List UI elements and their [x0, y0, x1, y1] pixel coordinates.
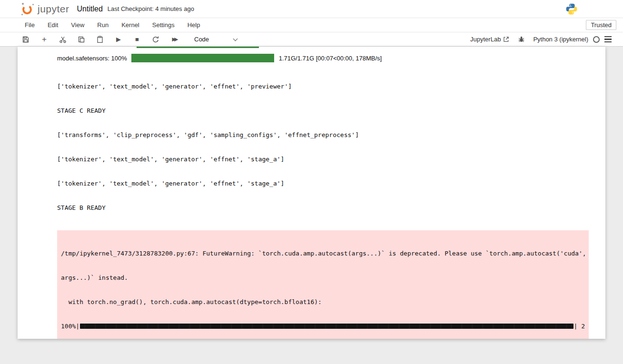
warning-line: with torch.no_grad(), torch.cuda.amp.aut…	[61, 298, 585, 306]
cell-output-area: model.safetensors: 100% 1.71G/1.71G [00:…	[18, 54, 605, 339]
add-cell-icon[interactable]: +	[40, 35, 49, 44]
stdout-line: ['transforms', 'clip_preprocess', 'gdf',…	[57, 131, 589, 139]
stdout-line: STAGE B READY	[57, 204, 589, 212]
save-icon[interactable]	[21, 35, 30, 44]
notebook-toolbar: + ▶ ■ ▶▶ Code JupyterLab Python 3 (ipyke…	[0, 32, 623, 47]
cut-icon[interactable]	[59, 35, 67, 44]
menu-run[interactable]: Run	[97, 21, 109, 29]
app-header: jupyter Untitled Last Checkpoint: 4 minu…	[0, 0, 623, 18]
tqdm-progress-bar: 100%| | 2	[61, 322, 585, 330]
cell-type-dropdown[interactable]: Code	[194, 36, 237, 43]
stderr-warning-block: /tmp/ipykernel_7473/3128783200.py:67: Fu…	[57, 230, 589, 339]
menu-help[interactable]: Help	[188, 21, 200, 29]
external-link-icon	[503, 36, 509, 42]
hamburger-icon[interactable]	[604, 36, 612, 42]
jupyter-logo[interactable]: jupyter	[21, 3, 69, 15]
notebook-title[interactable]: Untitled	[77, 5, 103, 13]
warning-line: /tmp/ipykernel_7473/3128783200.py:67: Fu…	[61, 249, 585, 257]
kernel-name[interactable]: Python 3 (ipykernel)	[533, 36, 588, 43]
chevron-down-icon	[233, 36, 238, 41]
brand-text: jupyter	[38, 3, 69, 15]
menu-kernel[interactable]: Kernel	[121, 21, 139, 29]
menu-edit[interactable]: Edit	[48, 21, 58, 29]
restart-run-all-icon[interactable]: ▶▶	[170, 35, 178, 44]
notebook-scroll-area[interactable]: model.safetensors: 100% 1.71G/1.71G [00:…	[0, 47, 623, 363]
tqdm-prefix: 100%|	[61, 322, 79, 330]
stop-icon[interactable]: ■	[133, 35, 141, 44]
download-progress-label: model.safetensors: 100%	[57, 55, 127, 62]
notebook-panel: model.safetensors: 100% 1.71G/1.71G [00:…	[18, 47, 605, 339]
menu-view[interactable]: View	[71, 21, 84, 29]
tqdm-fill	[80, 324, 573, 329]
kernel-status-circle[interactable]	[593, 36, 600, 43]
clipped-progress-bar	[137, 47, 259, 48]
python-logo-icon	[565, 3, 578, 15]
cell-type-value: Code	[194, 36, 209, 43]
menu-file[interactable]: File	[25, 21, 35, 29]
stdout-line: ['tokenizer', 'text_model', 'generator',…	[57, 82, 589, 90]
stdout-line: ['tokenizer', 'text_model', 'generator',…	[57, 155, 589, 163]
download-progress-row: model.safetensors: 100% 1.71G/1.71G [00:…	[57, 54, 589, 62]
menu-settings[interactable]: Settings	[152, 21, 175, 29]
jupyterlab-link-label: JupyterLab	[470, 36, 501, 43]
stdout-line: STAGE C READY	[57, 107, 589, 115]
run-icon[interactable]: ▶	[114, 35, 123, 44]
checkpoint-text: Last Checkpoint: 4 minutes ago	[108, 5, 194, 12]
debugger-bug-icon[interactable]	[517, 35, 525, 44]
jupyterlab-link[interactable]: JupyterLab	[470, 36, 509, 43]
trusted-button[interactable]: Trusted	[586, 20, 616, 30]
warning-line: args...)` instead.	[61, 274, 585, 282]
copy-icon[interactable]	[77, 35, 86, 44]
jupyter-logo-icon	[21, 3, 34, 15]
download-progress-stats: 1.71G/1.71G [00:07<00:00, 178MB/s]	[279, 55, 382, 62]
paste-icon[interactable]	[96, 35, 104, 44]
restart-kernel-icon[interactable]	[151, 35, 160, 44]
stdout-line: ['tokenizer', 'text_model', 'generator',…	[57, 179, 589, 187]
download-progress-bar	[131, 54, 274, 62]
stdout-block: ['tokenizer', 'text_model', 'generator',…	[57, 66, 589, 228]
tqdm-suffix: | 2	[574, 322, 585, 330]
menu-bar: File Edit View Run Kernel Settings Help …	[0, 18, 623, 32]
